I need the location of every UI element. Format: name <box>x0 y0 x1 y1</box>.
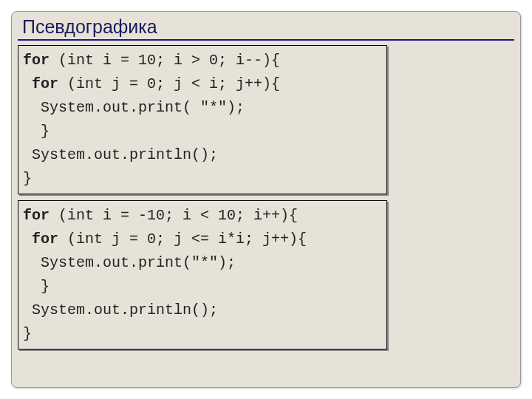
code-text: (int j = 0; j <= i*i; j++){ <box>58 231 307 248</box>
slide-frame: Псевдографика for (int i = 10; i > 0; i-… <box>11 11 521 388</box>
code-line: for (int j = 0; j <= i*i; j++){ <box>23 228 382 251</box>
code-line: System.out.print("*"); <box>23 251 382 275</box>
code-text: (int j = 0; j < i; j++){ <box>58 75 280 92</box>
keyword-for: for <box>23 75 58 92</box>
code-line: System.out.print( "*"); <box>23 96 382 120</box>
code-line: } <box>23 275 382 299</box>
slide-title: Псевдографика <box>12 12 520 39</box>
keyword-for: for <box>23 231 58 248</box>
code-line: } <box>23 120 382 143</box>
code-line: System.out.println(); <box>23 143 382 167</box>
keyword-for: for <box>23 207 50 224</box>
code-line: } <box>23 322 382 346</box>
code-line: for (int i = -10; i < 10; i++){ <box>23 204 382 228</box>
code-line: } <box>23 167 382 191</box>
code-block-2: for (int i = -10; i < 10; i++){ for (int… <box>18 200 387 349</box>
code-line: System.out.println(); <box>23 299 382 322</box>
title-underline <box>18 39 514 41</box>
code-line: for (int i = 10; i > 0; i--){ <box>23 49 382 72</box>
code-line: for (int j = 0; j < i; j++){ <box>23 72 382 96</box>
code-text: (int i = -10; i < 10; i++){ <box>50 207 298 224</box>
keyword-for: for <box>23 52 50 69</box>
code-text: (int i = 10; i > 0; i--){ <box>50 52 280 69</box>
code-block-1: for (int i = 10; i > 0; i--){ for (int j… <box>18 45 387 194</box>
